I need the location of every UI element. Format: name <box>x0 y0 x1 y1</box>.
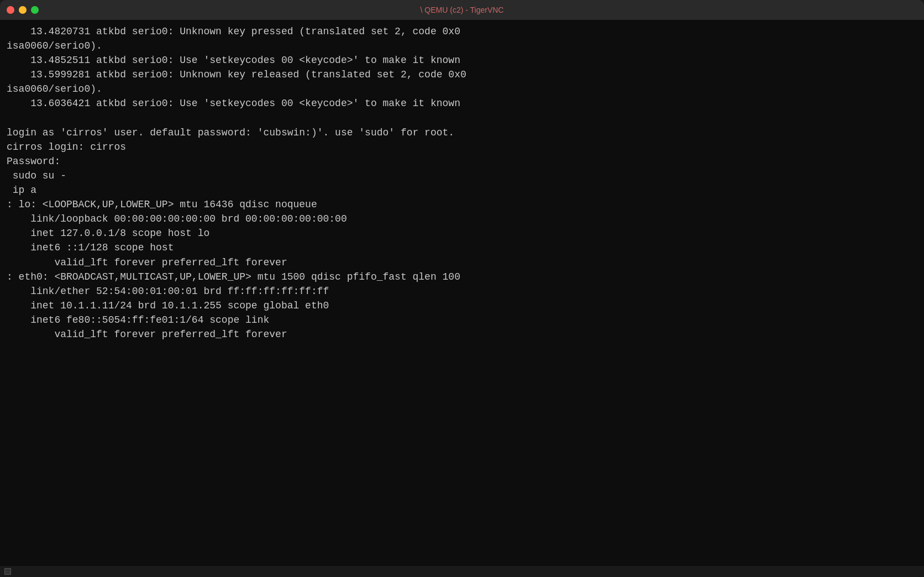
terminal-line: 13.5999281 atkbd serio0: Unknown key rel… <box>7 67 917 82</box>
terminal-line: 13.4852511 atkbd serio0: Use 'setkeycode… <box>7 53 917 67</box>
terminal-line: inet 10.1.1.11/24 brd 10.1.1.255 scope g… <box>7 298 917 313</box>
maximize-button[interactable] <box>31 6 39 14</box>
main-window: \ QEMU (c2) - TigerVNC 13.4820731 atkbd … <box>0 0 924 577</box>
terminal-line: link/ether 52:54:00:01:00:01 brd ff:ff:f… <box>7 284 917 298</box>
terminal-line: cirros login: cirros <box>7 140 917 154</box>
terminal-line: isa0060/serio0). <box>7 82 917 96</box>
window-title: \ QEMU (c2) - TigerVNC <box>421 6 504 14</box>
minimize-button[interactable] <box>19 6 27 14</box>
terminal-line <box>7 111 917 125</box>
close-button[interactable] <box>7 6 14 14</box>
title-bar: \ QEMU (c2) - TigerVNC <box>0 0 924 20</box>
terminal-line: isa0060/serio0). <box>7 39 917 53</box>
terminal-output[interactable]: 13.4820731 atkbd serio0: Unknown key pre… <box>0 20 924 566</box>
terminal-line: inet6 ::1/128 scope host <box>7 240 917 255</box>
terminal-line: 13.4820731 atkbd serio0: Unknown key pre… <box>7 24 917 39</box>
terminal-line: : lo: <LOOPBACK,UP,LOWER_UP> mtu 16436 q… <box>7 197 917 212</box>
terminal-line: valid_lft forever preferred_lft forever <box>7 255 917 270</box>
bottom-bar <box>0 566 924 577</box>
terminal-line: inet6 fe80::5054:ff:fe01:1/64 scope link <box>7 313 917 327</box>
terminal-line: link/loopback 00:00:00:00:00:00 brd 00:0… <box>7 212 917 226</box>
terminal-line: login as 'cirros' user. default password… <box>7 125 917 140</box>
terminal-line: sudo su - <box>7 169 917 183</box>
terminal-line: : eth0: <BROADCAST,MULTICAST,UP,LOWER_UP… <box>7 270 917 284</box>
terminal-line: valid_lft forever preferred_lft forever <box>7 327 917 342</box>
traffic-lights <box>7 6 39 14</box>
terminal-line: ip a <box>7 183 917 197</box>
status-indicator <box>4 568 11 575</box>
terminal-line: Password: <box>7 154 917 169</box>
terminal-line: inet 127.0.0.1/8 scope host lo <box>7 226 917 240</box>
terminal-line: 13.6036421 atkbd serio0: Use 'setkeycode… <box>7 96 917 111</box>
